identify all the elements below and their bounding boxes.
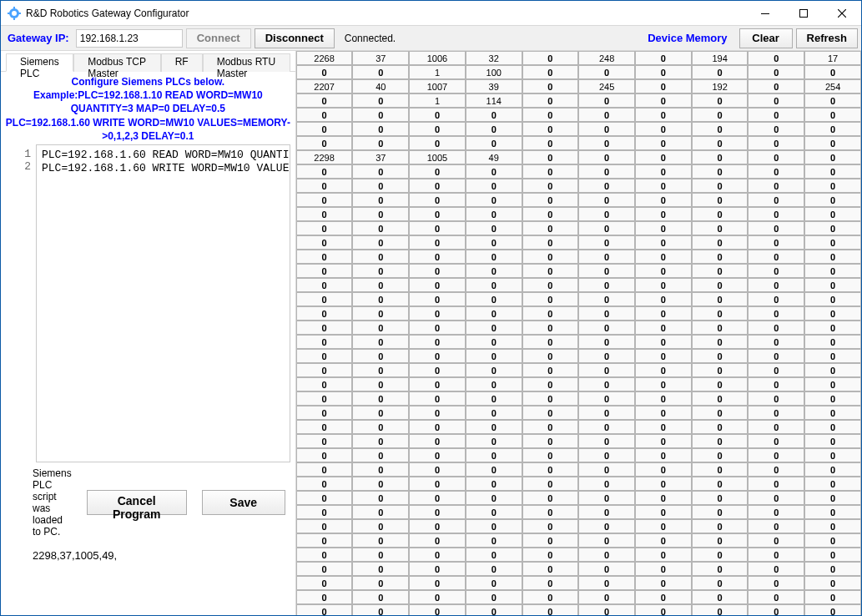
memory-cell[interactable]: 0 (466, 533, 522, 548)
memory-cell[interactable]: 0 (748, 420, 804, 434)
memory-cell[interactable]: 0 (748, 562, 804, 576)
memory-cell[interactable]: 0 (635, 505, 692, 519)
memory-cell[interactable]: 0 (296, 335, 353, 349)
memory-cell[interactable]: 192 (692, 79, 749, 93)
memory-cell[interactable]: 0 (522, 604, 579, 615)
memory-cell[interactable]: 0 (635, 491, 692, 505)
memory-cell[interactable]: 0 (578, 264, 635, 278)
memory-cell[interactable]: 0 (296, 391, 353, 406)
close-button[interactable] (823, 1, 861, 26)
memory-cell[interactable]: 0 (352, 434, 409, 448)
memory-cell[interactable]: 37 (352, 150, 409, 164)
memory-cell[interactable]: 0 (748, 221, 804, 235)
memory-cell[interactable]: 0 (522, 264, 579, 278)
memory-cell[interactable]: 0 (466, 576, 522, 590)
gateway-ip-input[interactable] (76, 29, 183, 48)
memory-cell[interactable]: 0 (522, 448, 579, 462)
memory-cell[interactable]: 0 (804, 533, 861, 548)
memory-cell[interactable]: 0 (466, 420, 522, 434)
memory-cell[interactable]: 0 (635, 604, 692, 615)
memory-cell[interactable]: 0 (692, 462, 749, 477)
memory-cell[interactable]: 0 (635, 51, 692, 65)
memory-cell[interactable]: 0 (692, 122, 749, 136)
memory-cell[interactable]: 0 (296, 420, 353, 434)
memory-cell[interactable]: 0 (352, 65, 409, 79)
memory-cell[interactable]: 0 (578, 462, 635, 477)
memory-cell[interactable]: 0 (748, 164, 804, 179)
memory-cell[interactable]: 0 (352, 179, 409, 193)
memory-cell[interactable]: 1005 (409, 150, 466, 164)
memory-cell[interactable]: 0 (692, 164, 749, 179)
memory-cell[interactable]: 0 (692, 306, 749, 321)
memory-cell[interactable]: 0 (635, 533, 692, 548)
memory-cell[interactable]: 0 (522, 93, 579, 108)
memory-cell[interactable]: 0 (748, 179, 804, 193)
memory-cell[interactable]: 0 (804, 448, 861, 462)
memory-cell[interactable]: 0 (692, 406, 749, 420)
memory-cell[interactable]: 0 (804, 193, 861, 207)
memory-cell[interactable]: 0 (296, 250, 353, 264)
memory-cell[interactable]: 0 (296, 434, 353, 448)
memory-cell[interactable]: 0 (635, 448, 692, 462)
memory-cell[interactable]: 0 (692, 505, 749, 519)
memory-cell[interactable]: 0 (692, 420, 749, 434)
memory-cell[interactable]: 0 (804, 278, 861, 292)
memory-cell[interactable]: 0 (635, 122, 692, 136)
memory-cell[interactable]: 39 (466, 79, 522, 93)
memory-cell[interactable]: 0 (522, 235, 579, 250)
memory-cell[interactable]: 0 (409, 562, 466, 576)
memory-cell[interactable]: 0 (296, 562, 353, 576)
memory-cell[interactable]: 0 (692, 477, 749, 491)
memory-cell[interactable]: 0 (522, 79, 579, 93)
memory-cell[interactable]: 0 (692, 562, 749, 576)
save-button[interactable]: Save (202, 490, 285, 515)
memory-cell[interactable]: 0 (692, 93, 749, 108)
tab-rf[interactable]: RF (161, 53, 203, 72)
memory-cell[interactable]: 0 (578, 179, 635, 193)
memory-cell[interactable]: 0 (522, 491, 579, 505)
memory-cell[interactable]: 0 (578, 122, 635, 136)
memory-cell[interactable]: 0 (296, 136, 353, 150)
memory-cell[interactable]: 0 (635, 434, 692, 448)
memory-cell[interactable]: 0 (352, 548, 409, 562)
memory-cell[interactable]: 0 (409, 207, 466, 221)
memory-cell[interactable]: 0 (466, 448, 522, 462)
memory-cell[interactable]: 0 (409, 193, 466, 207)
memory-cell[interactable]: 0 (748, 377, 804, 391)
memory-cell[interactable]: 0 (352, 590, 409, 604)
memory-cell[interactable]: 0 (466, 321, 522, 335)
memory-cell[interactable]: 0 (804, 179, 861, 193)
memory-cell[interactable]: 0 (352, 562, 409, 576)
memory-cell[interactable]: 0 (352, 164, 409, 179)
memory-cell[interactable]: 0 (352, 349, 409, 363)
memory-cell[interactable]: 0 (466, 462, 522, 477)
memory-cell[interactable]: 0 (635, 306, 692, 321)
memory-cell[interactable]: 0 (409, 533, 466, 548)
memory-cell[interactable]: 0 (692, 235, 749, 250)
memory-cell[interactable]: 0 (635, 292, 692, 306)
memory-cell[interactable]: 0 (692, 363, 749, 377)
memory-cell[interactable]: 0 (522, 548, 579, 562)
memory-cell[interactable]: 0 (578, 377, 635, 391)
memory-cell[interactable]: 0 (748, 391, 804, 406)
memory-cell[interactable]: 0 (635, 193, 692, 207)
memory-cell[interactable]: 0 (409, 448, 466, 462)
memory-cell[interactable]: 0 (296, 207, 353, 221)
memory-cell[interactable]: 0 (352, 533, 409, 548)
memory-cell[interactable]: 0 (522, 51, 579, 65)
memory-cell[interactable]: 0 (804, 150, 861, 164)
memory-cell[interactable]: 0 (296, 264, 353, 278)
tab-modbus-rtu[interactable]: Modbus RTU Master (203, 53, 290, 72)
memory-cell[interactable]: 0 (578, 533, 635, 548)
memory-cell[interactable]: 0 (466, 264, 522, 278)
memory-cell[interactable]: 0 (296, 448, 353, 462)
memory-cell[interactable]: 0 (296, 406, 353, 420)
memory-cell[interactable]: 0 (635, 420, 692, 434)
memory-cell[interactable]: 0 (352, 264, 409, 278)
memory-cell[interactable]: 0 (578, 221, 635, 235)
memory-cell[interactable]: 0 (748, 51, 804, 65)
memory-cell[interactable]: 1 (409, 93, 466, 108)
script-textarea[interactable] (36, 144, 290, 462)
memory-cell[interactable]: 0 (522, 590, 579, 604)
memory-cell[interactable]: 0 (804, 562, 861, 576)
